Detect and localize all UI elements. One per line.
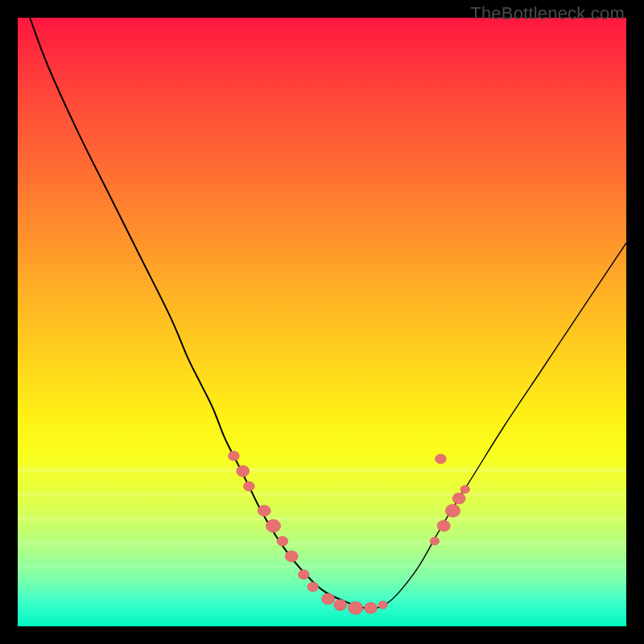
data-marker bbox=[445, 504, 460, 517]
data-marker bbox=[322, 593, 335, 605]
data-marker bbox=[229, 451, 240, 460]
data-marker bbox=[308, 582, 319, 592]
data-marker bbox=[298, 570, 309, 580]
data-marker bbox=[277, 536, 288, 546]
data-marker bbox=[334, 600, 347, 611]
plot-area bbox=[18, 18, 626, 626]
data-marker bbox=[285, 551, 298, 562]
data-marker bbox=[348, 601, 362, 614]
data-marker bbox=[266, 519, 280, 532]
data-marker bbox=[378, 601, 388, 609]
marker-layer bbox=[229, 451, 470, 614]
data-marker bbox=[436, 454, 447, 464]
curve-right-arm bbox=[365, 243, 626, 609]
data-marker bbox=[460, 485, 470, 493]
data-marker bbox=[258, 505, 270, 516]
chart-svg bbox=[18, 18, 626, 626]
data-marker bbox=[237, 465, 250, 477]
curve-layer bbox=[30, 18, 626, 609]
data-marker bbox=[243, 481, 254, 491]
chart-frame: TheBottleneck.com bbox=[0, 0, 644, 644]
data-marker bbox=[452, 493, 465, 504]
data-marker bbox=[437, 520, 450, 531]
data-marker bbox=[365, 602, 378, 613]
data-marker bbox=[430, 537, 440, 545]
attribution-watermark: TheBottleneck.com bbox=[470, 3, 625, 24]
curve-left-arm bbox=[30, 18, 377, 609]
